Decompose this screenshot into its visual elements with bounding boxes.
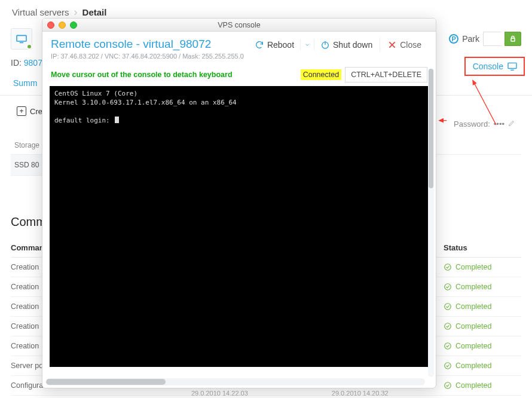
status-cell: Completed [444,297,521,317]
status-cell: Completed [444,317,521,336]
status-cell: Completed [444,258,521,277]
ctrl-alt-del-button[interactable]: CTRL+ALT+DELETE [345,67,427,82]
breadcrumb-root[interactable]: Virtual servers [12,7,69,17]
scrollbar-thumb[interactable] [46,379,166,385]
park-input[interactable] [483,32,501,46]
password-field: Password: •••• [454,120,516,128]
status-cell: Completed [444,396,521,398]
terminal-text: CentOS Linux 7 (Core) Kernel 3.10.0-693.… [54,90,237,124]
park-p-icon: P [449,34,458,44]
tab-summary[interactable]: Summ [11,74,39,95]
svg-point-8 [445,323,451,330]
park-submit-button[interactable] [505,32,521,46]
server-icon [11,28,32,50]
reboot-menu-toggle[interactable] [300,39,314,50]
server-id-value[interactable]: 9807 [24,58,42,68]
scrollbar-thumb[interactable] [429,69,433,188]
vps-console-window: VPS console Remote console - virtual_980… [42,18,436,388]
connection-status: Connected [301,69,341,80]
status-cell: Completed [444,277,521,297]
chevron-right-icon: › [74,6,78,19]
window-titlebar[interactable]: VPS console [42,19,436,32]
breadcrumb-current: Detail [82,7,107,17]
console-meta: IP: 37.46.83.202 / VNC: 37.46.84.202:590… [51,53,244,60]
edit-icon[interactable] [508,120,516,128]
vertical-scrollbar[interactable] [428,69,434,377]
shutdown-button[interactable]: Shut down [314,38,378,52]
terminal[interactable]: CentOS Linux 7 (Core) Kernel 3.10.0-693.… [50,86,429,367]
status-cell: Completed [444,376,521,396]
status-dot-icon [26,44,32,50]
svg-point-7 [445,304,451,310]
plus-icon: + [17,106,26,116]
status-cell: Completed [444,336,521,356]
svg-rect-0 [17,35,26,41]
status-cell: Completed [444,356,521,376]
reboot-button[interactable]: Reboot [249,38,300,52]
console-title: Remote console - virtual_98072 [51,38,244,51]
svg-point-9 [445,343,451,350]
close-button[interactable]: Close [381,38,427,52]
console-button[interactable]: Console [464,57,525,76]
detach-hint: Move cursor out of the console to detach… [51,71,233,79]
status-col-header: Status [444,237,521,258]
svg-rect-1 [511,38,515,41]
password-mask: •••• [494,120,505,128]
window-title: VPS console [42,21,436,29]
cursor-icon [115,117,119,123]
svg-point-6 [445,284,451,290]
svg-point-11 [445,382,451,389]
svg-rect-2 [508,63,516,68]
timestamps: 29.0.2010 14.22.0329.0.2010 14.20.32 [191,390,389,397]
svg-point-5 [445,264,451,271]
park-label: P Park [449,34,479,44]
svg-point-10 [445,363,451,369]
horizontal-scrollbar[interactable] [46,378,425,385]
